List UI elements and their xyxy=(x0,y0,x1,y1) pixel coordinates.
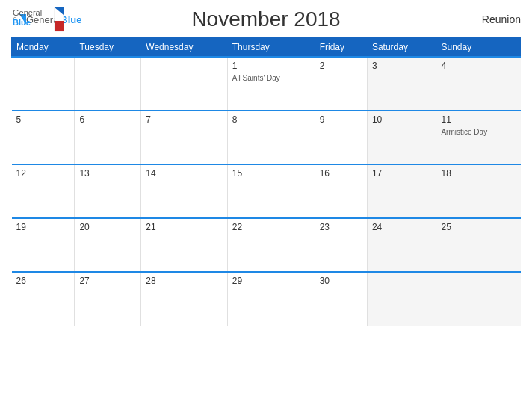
calendar-cell: 5 xyxy=(12,111,75,164)
day-number: 1 xyxy=(232,61,310,71)
calendar-cell: 19 xyxy=(12,218,75,272)
calendar-cell xyxy=(436,272,521,326)
calendar-page: G General Blue General Blue November 201… xyxy=(0,0,532,411)
day-number: 17 xyxy=(372,168,432,179)
calendar-table: Monday Tuesday Wednesday Thursday Friday… xyxy=(11,37,521,326)
day-number: 15 xyxy=(232,168,310,179)
col-saturday: Saturday xyxy=(367,38,436,58)
calendar-week-1: 1All Saints' Day234 xyxy=(12,57,521,111)
calendar-header-row: Monday Tuesday Wednesday Thursday Friday… xyxy=(12,38,521,58)
day-number: 7 xyxy=(146,114,222,125)
calendar-cell: 1All Saints' Day xyxy=(227,57,315,111)
svg-text:General: General xyxy=(13,8,42,17)
calendar-cell: 22 xyxy=(227,218,315,272)
calendar-cell xyxy=(12,57,75,111)
day-number: 20 xyxy=(79,222,136,232)
day-number: 18 xyxy=(441,168,516,179)
calendar-cell xyxy=(141,57,227,111)
calendar-week-3: 12131415161718 xyxy=(12,164,521,218)
calendar-header: G General Blue General Blue November 201… xyxy=(11,7,521,31)
calendar-cell: 2 xyxy=(315,57,367,111)
svg-text:Blue: Blue xyxy=(13,18,31,27)
calendar-cell: 23 xyxy=(315,218,367,272)
col-friday: Friday xyxy=(315,38,367,58)
generalblue-logo: General Blue xyxy=(11,6,64,33)
day-number: 14 xyxy=(146,168,222,179)
day-number: 21 xyxy=(146,222,222,232)
calendar-cell: 3 xyxy=(367,57,436,111)
calendar-cell: 4 xyxy=(436,57,521,111)
calendar-cell xyxy=(75,57,141,111)
calendar-cell: 12 xyxy=(12,164,75,218)
calendar-cell: 10 xyxy=(367,111,436,164)
day-number: 24 xyxy=(372,222,432,232)
day-number: 12 xyxy=(16,168,70,179)
col-monday: Monday xyxy=(12,38,75,58)
logo-container: General Blue xyxy=(11,6,64,33)
day-number: 3 xyxy=(372,61,432,71)
calendar-cell: 16 xyxy=(315,164,367,218)
calendar-cell: 29 xyxy=(227,272,315,326)
col-wednesday: Wednesday xyxy=(141,38,227,58)
day-number: 4 xyxy=(441,61,516,71)
calendar-cell xyxy=(367,272,436,326)
calendar-cell: 20 xyxy=(75,218,141,272)
day-number: 5 xyxy=(16,114,70,125)
day-number: 9 xyxy=(320,114,362,125)
day-number: 19 xyxy=(16,222,70,232)
calendar-cell: 27 xyxy=(75,272,141,326)
day-number: 11 xyxy=(441,114,516,125)
calendar-cell: 14 xyxy=(141,164,227,218)
calendar-cell: 7 xyxy=(141,111,227,164)
col-thursday: Thursday xyxy=(227,38,315,58)
day-number: 27 xyxy=(79,276,136,286)
day-number: 25 xyxy=(441,222,516,232)
calendar-cell: 17 xyxy=(367,164,436,218)
calendar-week-5: 2627282930 xyxy=(12,272,521,326)
calendar-cell: 21 xyxy=(141,218,227,272)
day-number: 8 xyxy=(232,114,310,125)
day-number: 23 xyxy=(320,222,362,232)
page-title: November 2018 xyxy=(191,7,340,31)
day-number: 22 xyxy=(232,222,310,232)
day-number: 28 xyxy=(146,276,222,286)
calendar-cell: 18 xyxy=(436,164,521,218)
calendar-week-2: 567891011Armistice Day xyxy=(12,111,521,164)
calendar-cell: 28 xyxy=(141,272,227,326)
day-number: 30 xyxy=(320,276,362,286)
calendar-cell: 9 xyxy=(315,111,367,164)
calendar-cell: 15 xyxy=(227,164,315,218)
logo-blue: Blue xyxy=(61,14,81,25)
region-label: Reunion xyxy=(482,13,521,25)
calendar-cell: 24 xyxy=(367,218,436,272)
day-number: 16 xyxy=(320,168,362,179)
holiday-label: All Saints' Day xyxy=(232,74,280,82)
day-number: 29 xyxy=(232,276,310,286)
calendar-cell: 11Armistice Day xyxy=(436,111,521,164)
calendar-cell: 13 xyxy=(75,164,141,218)
calendar-cell: 6 xyxy=(75,111,141,164)
day-number: 13 xyxy=(79,168,136,179)
calendar-cell: 30 xyxy=(315,272,367,326)
day-number: 6 xyxy=(79,114,136,125)
svg-marker-7 xyxy=(55,21,64,31)
day-number: 2 xyxy=(320,61,362,71)
day-number: 26 xyxy=(16,276,70,286)
day-number: 10 xyxy=(372,114,432,125)
calendar-week-4: 19202122232425 xyxy=(12,218,521,272)
calendar-cell: 8 xyxy=(227,111,315,164)
col-sunday: Sunday xyxy=(436,38,521,58)
col-tuesday: Tuesday xyxy=(75,38,141,58)
calendar-cell: 26 xyxy=(12,272,75,326)
holiday-label: Armistice Day xyxy=(441,128,487,136)
calendar-cell: 25 xyxy=(436,218,521,272)
